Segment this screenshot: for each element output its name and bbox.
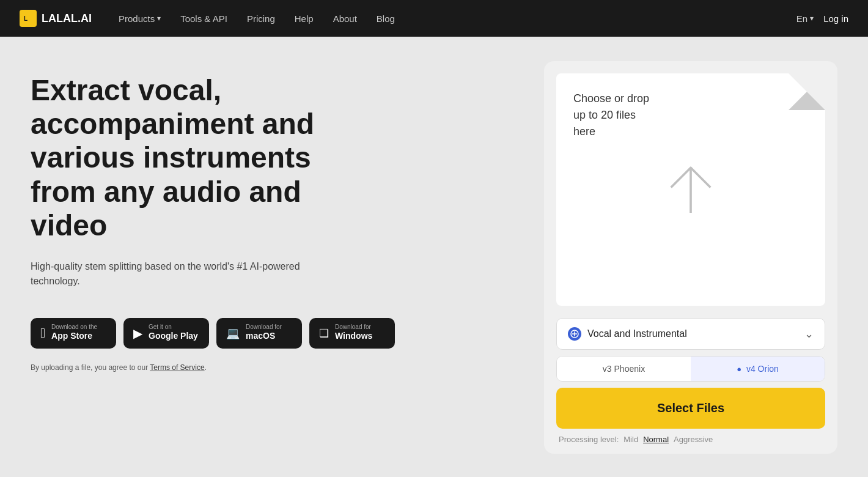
fold-corner bbox=[789, 73, 825, 110]
hero-title: Extract vocal, accompaniment and various… bbox=[31, 73, 373, 242]
processing-normal[interactable]: Normal bbox=[643, 435, 669, 444]
google-play-icon: ▶ bbox=[133, 326, 142, 341]
terms-text: By uploading a file, you agree to our Te… bbox=[31, 363, 507, 372]
apple-icon:  bbox=[40, 325, 45, 341]
logo-text: LALAL.AI bbox=[42, 12, 92, 25]
controls-section: Vocal and Instrumental ⌄ v3 Phoenix ● v4… bbox=[544, 318, 837, 454]
upload-drop-area[interactable]: Choose or drop up to 20 files here bbox=[556, 73, 825, 306]
version-tabs: v3 Phoenix ● v4 Orion bbox=[556, 356, 825, 382]
terms-link[interactable]: Terms of Service bbox=[150, 363, 204, 372]
google-play-button[interactable]: ▶ Get it on Google Play bbox=[123, 318, 209, 349]
language-selector[interactable]: En ▾ bbox=[796, 13, 814, 24]
processing-aggressive[interactable]: Aggressive bbox=[674, 435, 713, 444]
select-files-button[interactable]: Select Files bbox=[556, 388, 825, 429]
separator-icon bbox=[568, 327, 581, 341]
nav-links: Products ▾ Tools & API Pricing Help Abou… bbox=[111, 9, 777, 29]
chevron-down-icon: ▾ bbox=[810, 14, 814, 23]
drop-text: Choose or drop up to 20 files here bbox=[573, 91, 649, 140]
download-buttons:  Download on the App Store ▶ Get it on … bbox=[31, 318, 507, 349]
login-button[interactable]: Log in bbox=[823, 13, 848, 24]
nav-about[interactable]: About bbox=[326, 9, 364, 29]
processing-mild[interactable]: Mild bbox=[623, 435, 638, 444]
chevron-down-icon: ▾ bbox=[157, 14, 161, 23]
macos-button[interactable]: 💻 Download for macOS bbox=[216, 318, 302, 349]
main-content: Extract vocal, accompaniment and various… bbox=[0, 37, 868, 477]
chevron-down-icon: ⌄ bbox=[804, 327, 814, 341]
version-tab-v3[interactable]: v3 Phoenix bbox=[557, 357, 691, 381]
logo[interactable]: L LALAL.AI bbox=[20, 10, 92, 27]
nav-help[interactable]: Help bbox=[287, 9, 321, 29]
nav-right: En ▾ Log in bbox=[796, 13, 848, 24]
windows-icon: ❏ bbox=[319, 327, 329, 340]
navbar: L LALAL.AI Products ▾ Tools & API Pricin… bbox=[0, 0, 868, 37]
app-store-button[interactable]:  Download on the App Store bbox=[31, 318, 116, 349]
hero-subtitle: High-quality stem splitting based on the… bbox=[31, 259, 312, 289]
right-section: Choose or drop up to 20 files here bbox=[544, 61, 837, 454]
windows-button[interactable]: ❏ Download for Windows bbox=[309, 318, 395, 349]
upload-card: Choose or drop up to 20 files here bbox=[544, 61, 837, 454]
macos-icon: 💻 bbox=[226, 327, 240, 340]
upload-arrow-icon bbox=[660, 159, 721, 235]
logo-icon: L bbox=[20, 10, 37, 27]
version-tab-v4[interactable]: ● v4 Orion bbox=[691, 357, 825, 381]
nav-products[interactable]: Products ▾ bbox=[111, 9, 168, 29]
nav-pricing[interactable]: Pricing bbox=[240, 9, 282, 29]
processing-level: Processing level: Mild Normal Aggressive bbox=[556, 435, 825, 444]
nav-tools[interactable]: Tools & API bbox=[173, 9, 235, 29]
nav-blog[interactable]: Blog bbox=[369, 9, 402, 29]
orion-icon: ● bbox=[737, 364, 741, 374]
left-section: Extract vocal, accompaniment and various… bbox=[31, 61, 507, 372]
separator-selector[interactable]: Vocal and Instrumental ⌄ bbox=[556, 318, 825, 350]
svg-text:L: L bbox=[24, 15, 28, 22]
